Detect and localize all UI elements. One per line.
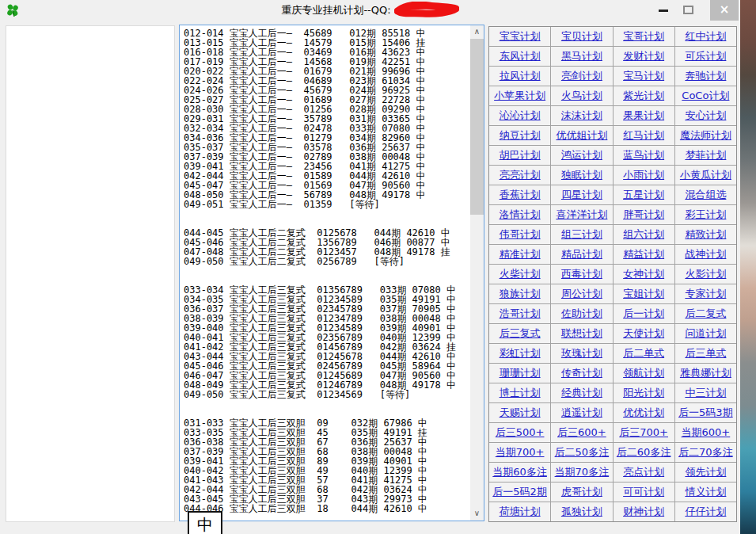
plan-link[interactable]: 后三600+ (557, 425, 606, 440)
plan-cell[interactable]: 后三500+ (489, 423, 550, 442)
plan-cell[interactable]: 蓝鸟计划 (614, 146, 674, 165)
plan-cell[interactable]: 魔法师计划 (675, 126, 736, 145)
plan-link[interactable]: 宝贝计划 (561, 29, 602, 44)
plan-cell[interactable]: 天赐计划 (489, 403, 550, 422)
plan-link[interactable]: 宝宝计划 (500, 29, 541, 44)
plan-link[interactable]: 亮亮计划 (500, 168, 541, 182)
plan-cell[interactable]: 财神计划 (614, 502, 674, 521)
plan-link[interactable]: 优优姐计划 (556, 128, 607, 143)
plan-link[interactable]: 后三复式 (500, 326, 541, 341)
plan-link[interactable]: 后二60多注 (617, 445, 671, 460)
plan-link[interactable]: 女神计划 (623, 267, 664, 281)
plan-link[interactable]: 小苹果计划 (494, 89, 545, 103)
plan-link[interactable]: 后一5码2期 (492, 485, 547, 499)
plan-link[interactable]: 组三计划 (561, 227, 602, 242)
plan-link[interactable]: 狼族计划 (500, 287, 541, 301)
plan-cell[interactable]: 四星计划 (551, 185, 612, 204)
plan-cell[interactable]: 雅典娜计划 (675, 364, 736, 383)
plan-cell[interactable]: 小黄瓜计划 (675, 166, 736, 185)
plan-cell[interactable]: 女神计划 (614, 265, 674, 284)
scroll-up-arrow-icon[interactable]: ∧ (470, 25, 484, 39)
plan-link[interactable]: 当期700+ (496, 445, 545, 460)
plan-cell[interactable]: 黑马计划 (551, 47, 612, 66)
plan-cell[interactable]: 红中计划 (675, 27, 736, 46)
plan-link[interactable]: 后三500+ (496, 425, 545, 440)
plan-link[interactable]: 火影计划 (685, 267, 726, 281)
plan-link[interactable]: 仔仔计划 (685, 505, 726, 519)
plan-cell[interactable]: 西毒计划 (551, 265, 612, 284)
scrollbar-thumb[interactable] (470, 39, 484, 215)
plan-link[interactable]: 精准计划 (500, 247, 541, 261)
minimize-button[interactable] (652, 0, 674, 21)
plan-link[interactable]: 战神计划 (685, 247, 726, 261)
plan-cell[interactable]: 后一计划 (614, 304, 674, 323)
plan-cell[interactable]: 彩虹计划 (489, 344, 550, 363)
plan-link[interactable]: 联想计划 (561, 326, 602, 341)
maximize-button[interactable] (677, 0, 699, 21)
plan-cell[interactable]: 领航计划 (614, 364, 674, 383)
plan-cell[interactable]: 问道计划 (675, 324, 736, 343)
plan-link[interactable]: 逍遥计划 (561, 406, 602, 420)
plan-link[interactable]: 红中计划 (685, 29, 726, 44)
plan-link[interactable]: 财神计划 (623, 505, 664, 519)
plan-cell[interactable]: 沫沫计划 (551, 106, 612, 125)
plan-cell[interactable]: 阳光计划 (614, 383, 674, 402)
plan-link[interactable]: CoCo计划 (682, 89, 729, 103)
plan-link[interactable]: 后三单式 (685, 346, 726, 360)
plan-link[interactable]: 发财计划 (623, 49, 664, 63)
plan-cell[interactable]: 发财计划 (614, 47, 674, 66)
plan-link[interactable]: 喜洋洋计划 (556, 208, 607, 222)
title-bar[interactable]: 重庆专业挂机计划--QQ: × (0, 0, 740, 21)
plan-link[interactable]: 精致计划 (685, 227, 726, 242)
plan-cell[interactable]: 后二单式 (614, 344, 674, 363)
plan-link[interactable]: 宝马计划 (623, 69, 664, 83)
plan-link[interactable]: 纳豆计划 (500, 128, 541, 143)
plan-link[interactable]: 领先计划 (685, 465, 726, 479)
plan-link[interactable]: 玫瑰计划 (561, 346, 602, 360)
plan-link[interactable]: 孤独计划 (561, 505, 602, 519)
plan-cell[interactable]: 浩哥计划 (489, 304, 550, 323)
plan-link[interactable]: 紫光计划 (623, 89, 664, 103)
plan-cell[interactable]: 宝姐计划 (614, 284, 674, 303)
plan-link[interactable]: 西毒计划 (561, 267, 602, 281)
plan-cell[interactable]: 后三复式 (489, 324, 550, 343)
plan-cell[interactable]: 紫光计划 (614, 86, 674, 105)
plan-link[interactable]: 可可计划 (623, 485, 664, 499)
plan-link[interactable]: 虎哥计划 (561, 485, 602, 499)
plan-cell[interactable]: 后三600+ (551, 423, 612, 442)
plan-cell[interactable]: 鸿运计划 (551, 146, 612, 165)
plan-link[interactable]: 黑马计划 (561, 49, 602, 63)
plan-cell[interactable]: 后二50多注 (551, 443, 612, 462)
plan-link[interactable]: 后二单式 (623, 346, 664, 360)
plan-link[interactable]: 珊珊计划 (500, 366, 541, 380)
plan-link[interactable]: 香蕉计划 (500, 188, 541, 202)
plan-cell[interactable]: 荷塘计划 (489, 502, 550, 521)
plan-link[interactable]: 中三计划 (685, 386, 726, 400)
plan-link[interactable]: 宝哥计划 (623, 29, 664, 44)
plan-link[interactable]: 后二50多注 (555, 445, 610, 460)
plan-cell[interactable]: 宝马计划 (614, 67, 674, 86)
plan-cell[interactable]: 组三计划 (551, 225, 612, 244)
plan-cell[interactable]: 周公计划 (551, 284, 612, 303)
plan-cell[interactable]: 经典计划 (551, 383, 612, 402)
plan-cell[interactable]: 纳豆计划 (489, 126, 550, 145)
plan-link[interactable]: 博士计划 (500, 386, 541, 400)
plan-cell[interactable]: 小苹果计划 (489, 86, 550, 105)
plan-link[interactable]: 组六计划 (623, 227, 664, 242)
plan-cell[interactable]: 珊珊计划 (489, 364, 550, 383)
plan-cell[interactable]: 小雨计划 (614, 166, 674, 185)
plan-link[interactable]: 优优计划 (623, 406, 664, 420)
plan-cell[interactable]: 沁沁计划 (489, 106, 550, 125)
plan-cell[interactable]: 后二复式 (675, 304, 736, 323)
plan-cell[interactable]: 博士计划 (489, 383, 550, 402)
plan-cell[interactable]: 天使计划 (614, 324, 674, 343)
plan-cell[interactable]: 精准计划 (489, 245, 550, 264)
plan-cell[interactable]: 后一5码2期 (489, 483, 550, 502)
plan-link[interactable]: 天使计划 (623, 326, 664, 341)
plan-cell[interactable]: 仔仔计划 (675, 502, 736, 521)
plan-link[interactable]: 小黄瓜计划 (680, 168, 731, 182)
plan-cell[interactable]: 后三700+ (614, 423, 674, 442)
plan-cell[interactable]: 佐助计划 (551, 304, 612, 323)
plan-cell[interactable]: 精益计划 (614, 245, 674, 264)
plan-link[interactable]: 奔驰计划 (685, 69, 726, 83)
